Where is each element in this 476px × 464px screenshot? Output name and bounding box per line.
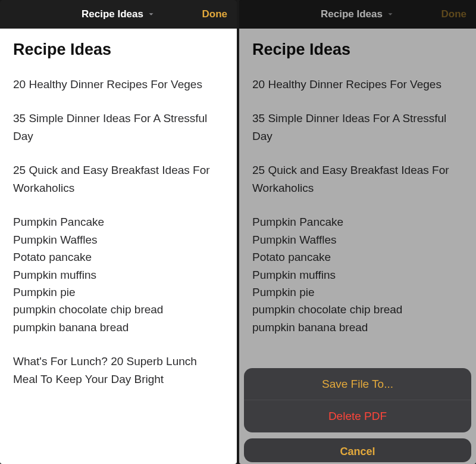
- note-paragraph: 35 Simple Dinner Ideas For A Stressful D…: [252, 110, 463, 145]
- note-paragraph: 20 Healthy Dinner Recipes For Veges: [252, 76, 463, 93]
- list-item: Pumpkin pie: [13, 284, 224, 301]
- list-item: pumpkin banana bread: [13, 319, 224, 336]
- chevron-down-icon: [147, 10, 155, 18]
- list-item: pumpkin banana bread: [252, 319, 463, 336]
- note-paragraph: 25 Quick and Easy Breakfast Ideas For Wo…: [252, 161, 463, 197]
- note-content[interactable]: Recipe Ideas 20 Healthy Dinner Recipes F…: [0, 29, 237, 464]
- list-item: Pumpkin Waffles: [13, 231, 224, 248]
- navbar: Recipe Ideas Done: [239, 0, 476, 29]
- action-sheet-cancel-group: Cancel: [244, 438, 471, 462]
- list-item: pumpkin chocolate chip bread: [252, 301, 463, 318]
- delete-pdf-button[interactable]: Delete PDF: [244, 400, 471, 432]
- note-title: Recipe Ideas: [252, 41, 463, 59]
- note-paragraph: 25 Quick and Easy Breakfast Ideas For Wo…: [13, 161, 224, 197]
- cancel-button[interactable]: Cancel: [244, 438, 471, 462]
- navbar: Recipe Ideas Done: [0, 0, 237, 29]
- list-item: Pumpkin Pancake: [252, 213, 463, 231]
- nav-title-dropdown[interactable]: Recipe Ideas: [321, 8, 394, 20]
- list-item: Potato pancake: [13, 248, 224, 266]
- list-item: Pumpkin muffins: [252, 266, 463, 284]
- done-button[interactable]: Done: [202, 8, 228, 20]
- note-list: Pumpkin Pancake Pumpkin Waffles Potato p…: [252, 213, 463, 336]
- chevron-down-icon: [386, 10, 394, 18]
- note-paragraph: 20 Healthy Dinner Recipes For Veges: [13, 76, 224, 93]
- action-sheet-group: Save File To... Delete PDF: [244, 368, 471, 432]
- nav-title: Recipe Ideas: [321, 8, 383, 20]
- action-sheet: Save File To... Delete PDF Cancel: [244, 368, 471, 462]
- note-paragraph: 35 Simple Dinner Ideas For A Stressful D…: [13, 110, 224, 145]
- list-item: Pumpkin Pancake: [13, 213, 224, 231]
- done-button[interactable]: Done: [441, 8, 467, 20]
- save-file-to-button[interactable]: Save File To...: [244, 368, 471, 400]
- note-title: Recipe Ideas: [13, 41, 224, 59]
- note-paragraph: What's For Lunch? 20 Superb Lunch Meal T…: [13, 353, 224, 388]
- list-item: Pumpkin Waffles: [252, 231, 463, 248]
- list-item: pumpkin chocolate chip bread: [13, 301, 224, 318]
- phone-screen-left: Recipe Ideas Done Recipe Ideas 20 Health…: [0, 0, 237, 464]
- nav-title: Recipe Ideas: [82, 8, 143, 20]
- list-item: Pumpkin pie: [252, 284, 463, 301]
- phone-screen-right: Recipe Ideas Done Recipe Ideas 20 Health…: [239, 0, 476, 464]
- list-item: Pumpkin muffins: [13, 266, 224, 284]
- nav-title-dropdown[interactable]: Recipe Ideas: [82, 8, 155, 20]
- list-item: Potato pancake: [252, 248, 463, 266]
- note-list: Pumpkin Pancake Pumpkin Waffles Potato p…: [13, 213, 224, 336]
